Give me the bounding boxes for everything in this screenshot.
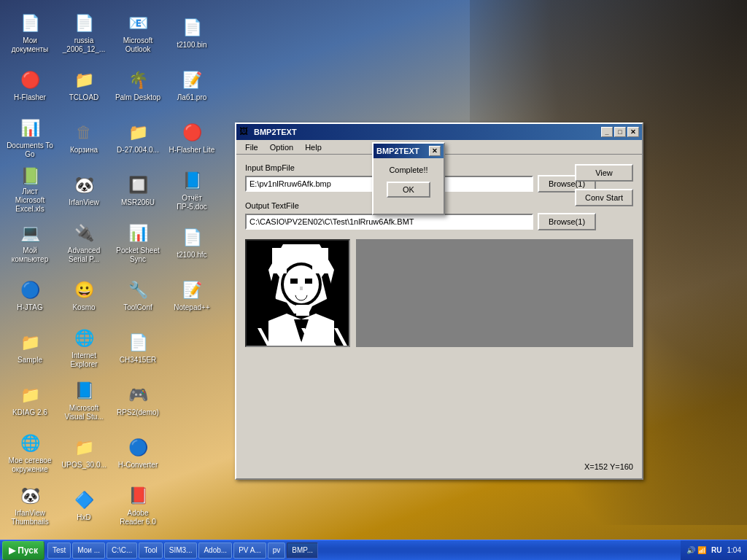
desktop-icon-network[interactable]: 🌐Мое сетевое окружение [4,427,56,478]
icon-label-d27: D-27.004.0... [117,146,159,155]
icon-label-h-flasher: H-Flasher [14,93,46,102]
desktop-icon-notepad[interactable]: 📝Notepad++ [166,270,218,321]
browse2-button[interactable]: Browse(1) [538,213,596,230]
desktop-icon-pocket-sheet[interactable]: 📊Pocket Sheet Sync [112,217,164,268]
icon-image-h-flasher-lite: 🔴 [180,121,204,144]
icon-label-recycle: Корзина [70,146,98,155]
maximize-button[interactable]: □ [614,127,626,137]
desktop-icon-irfanview-thumb[interactable]: 🐼IrfanView Thumbnails [4,480,56,531]
desktop-icon-ch3415er[interactable]: 📄CH3415ER [112,322,164,373]
icon-image-h-converter: 🔵 [126,436,150,459]
desktop-icon-docs-to-go[interactable]: 📊Documents To Go [4,112,56,163]
desktop-icon-m5r206[interactable]: 🔲MSR206U [112,165,164,216]
taskbar-item-my-docs[interactable]: Мои ... [72,542,105,559]
menu-option[interactable]: Option [264,141,299,153]
bmp2text-titlebar[interactable]: 🖼 BMP2TEXT _ □ ✕ [236,124,642,140]
conv-start-button[interactable]: Conv Start [575,189,633,206]
desktop-icon-rps2[interactable]: 🎮RPS2(demo) [112,375,164,426]
desktop-icon-ms-outlook[interactable]: 📧Microsoft Outlook [112,7,164,58]
desktop-icon-upos[interactable]: 📁UPOS_30.0... [58,427,110,478]
desktop-icon-d27[interactable]: 📁D-27.004.0... [112,112,164,163]
view-button[interactable]: View [575,164,633,182]
icon-label-ie: Internet Explorer [61,351,107,369]
menu-help[interactable]: Help [299,141,328,153]
taskbar-item-tool[interactable]: Tool [139,542,162,559]
icon-image-sample: 📁 [18,331,42,354]
desktop: 📄Мои документы🔴H-Flasher📊Documents To Go… [0,0,747,560]
desktop-icon-t2100hfc[interactable]: 📄t2100.hfc [166,217,218,268]
icon-label-palm-desktop: Palm Desktop [115,93,160,102]
icon-label-hxd: HxD [77,513,90,522]
desktop-icon-hxd[interactable]: 🔷HxD [58,480,110,531]
desktop-icon-kosmo[interactable]: 😀Kosmo [58,270,110,321]
taskbar-tray: 🔊 📶 RU 1:04 [681,540,747,560]
complete-body: Complete!! OK [374,158,444,205]
desktop-icon-my-computer[interactable]: 💻Мой компьютер [4,217,56,268]
minimize-button[interactable]: _ [601,127,613,137]
menu-file[interactable]: File [239,141,264,153]
icon-image-advanced-serial: 🔌 [72,222,96,245]
icon-label-ms-outlook: Microsoft Outlook [115,36,161,54]
desktop-icon-lab1pro[interactable]: 📝Лаб1.pro [166,60,218,111]
icon-label-rps2: RPS2(demo) [117,408,159,417]
image-preview [245,239,350,347]
icon-image-rps2: 🎮 [126,384,150,407]
desktop-icon-russia[interactable]: 📄russia _2006_12_... [58,7,110,58]
icon-label-kdiag: KDIAG 2.6 [12,408,47,417]
taskbar-item-pv-a[interactable]: PV A... [233,542,266,559]
desktop-icon-h-flasher-lite[interactable]: 🔴H-Flasher Lite [166,112,218,163]
desktop-icon-otchet[interactable]: 📘Отчёт ПР-5.doc [166,165,218,216]
icon-image-upos: 📁 [72,436,96,459]
desktop-icon-kdiag[interactable]: 📁KDIAG 2.6 [4,375,56,426]
desktop-icon-h-jtag[interactable]: 🔵H-JTAG [4,270,56,321]
desktop-icon-palm-desktop[interactable]: 🌴Palm Desktop [112,60,164,111]
desktop-icon-toolconf[interactable]: 🔧ToolConf [112,270,164,321]
complete-close-button[interactable]: ✕ [429,146,441,156]
desktop-icon-ms-visual[interactable]: 📘Microsoft Visual Stu... [58,375,110,426]
taskbar: ▶ Пуск TestМои ...C:\C...ToolSIM3...Adob… [0,540,747,560]
icon-image-ms-outlook: 📧 [126,12,150,35]
desktop-icon-excel[interactable]: 📗Лист Microsoft Excel.xls [4,165,56,216]
icon-label-upos: UPOS_30.0... [61,461,107,470]
ok-button[interactable]: OK [387,182,430,198]
complete-dialog: BMP2TEXT ✕ Complete!! OK [372,142,445,215]
desktop-icon-ie[interactable]: 🌐Internet Explorer [58,322,110,373]
output-file-field[interactable] [245,214,533,230]
desktop-icon-h-converter[interactable]: 🔵H-Converter [112,427,164,478]
icon-image-t2100bin: 📄 [180,16,204,39]
taskbar-item-c-drive[interactable]: C:\C... [107,542,137,559]
taskbar-items: TestМои ...C:\C...ToolSIM3...Adob...PV A… [44,542,681,559]
icon-label-otchet: Отчёт ПР-5.doc [169,194,215,211]
desktop-icon-tcload[interactable]: 📁TCLOAD [58,60,110,111]
icon-image-network: 🌐 [18,432,42,455]
taskbar-item-pv[interactable]: pv [268,542,286,559]
complete-titlebar[interactable]: BMP2TEXT ✕ [374,144,444,158]
desktop-icon-irfanview[interactable]: 🐼IrfanView [58,165,110,216]
icon-label-ch3415er: CH3415ER [120,356,157,365]
icon-label-pocket-sheet: Pocket Sheet Sync [115,246,161,264]
desktop-icon-sample[interactable]: 📁Sample [4,322,56,373]
icon-image-excel: 📗 [18,167,42,186]
icon-label-my-computer: Мой компьютер [7,246,53,264]
complete-message: Complete!! [379,166,438,174]
start-button[interactable]: ▶ Пуск [2,541,44,560]
desktop-icon-adobe-reader[interactable]: 📕Adobe Reader 6.0 [112,480,164,531]
icon-label-h-jtag: H-JTAG [17,303,42,312]
icon-label-t2100bin: t2100.bin [177,41,206,50]
close-button[interactable]: ✕ [627,127,639,137]
icon-image-tcload: 📁 [72,69,96,92]
icon-label-toolconf: ToolConf [123,303,152,312]
desktop-icon-h-flasher[interactable]: 🔴H-Flasher [4,60,56,111]
desktop-icon-advanced-serial[interactable]: 🔌Advanced Serial P... [58,217,110,268]
icon-label-network: Мое сетевое окружение [7,456,53,474]
icon-image-t2100hfc: 📄 [180,226,204,249]
taskbar-item-adobe[interactable]: Adob... [198,542,232,559]
taskbar-item-sim3[interactable]: SIM3... [164,542,198,559]
icon-image-notepad: 📝 [180,279,204,302]
taskbar-item-test[interactable]: Test [47,542,71,559]
desktop-icon-my-docs[interactable]: 📄Мои документы [4,7,56,58]
desktop-icon-t2100bin[interactable]: 📄t2100.bin [166,7,218,58]
desktop-icon-recycle[interactable]: 🗑Корзина [58,112,110,163]
taskbar-item-bmp[interactable]: BMP... [287,542,318,559]
icon-image-h-jtag: 🔵 [18,279,42,302]
